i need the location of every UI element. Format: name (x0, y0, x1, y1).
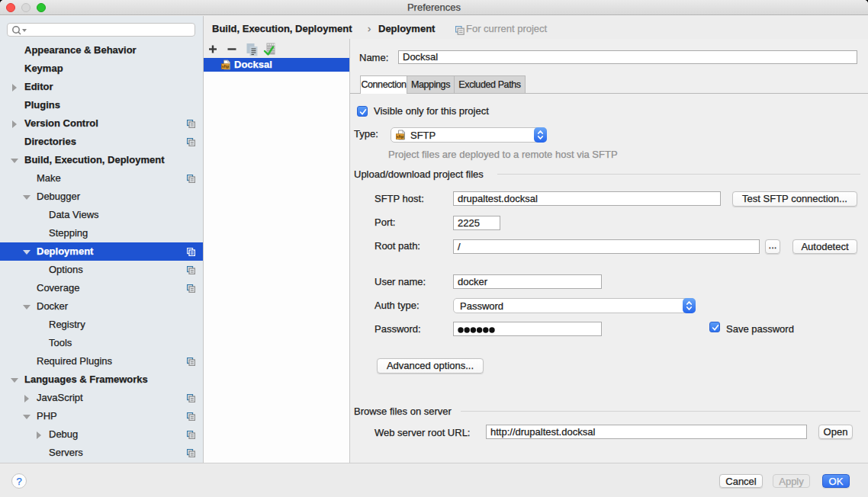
svg-text:sftp: sftp (397, 134, 403, 139)
svg-text:sftp: sftp (222, 64, 229, 69)
